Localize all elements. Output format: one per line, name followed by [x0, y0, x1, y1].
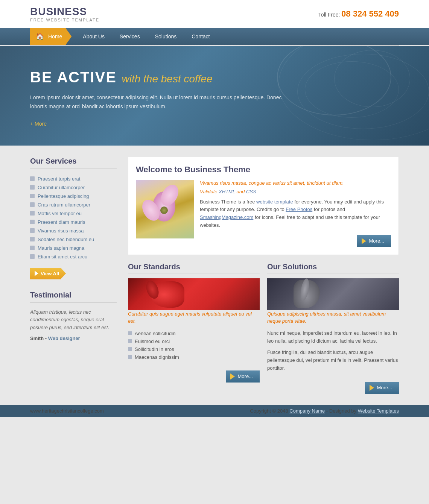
- solutions-body2: Fusce fringilla, dui sed blandit luctus,…: [267, 349, 399, 372]
- navigation: 🏠 Home About Us Services Solutions Conta…: [0, 28, 429, 45]
- welcome-inner: Vivamus risus massa, congue ac varius si…: [136, 180, 391, 247]
- standards-title: Our Standards: [128, 263, 260, 274]
- service-item[interactable]: Praesent turpis erat: [30, 175, 117, 183]
- hero-title-row: BE ACTIVE with the best coffee: [30, 69, 399, 86]
- copyright-text: Copyright © 2048: [250, 408, 289, 414]
- author-role-link[interactable]: Web designer: [48, 335, 80, 341]
- free-photos-link[interactable]: Free Photos: [286, 206, 312, 212]
- service-bullet: [30, 254, 35, 259]
- standards-more-arrow: [230, 373, 235, 380]
- more-arrow-icon: [362, 238, 366, 244]
- solutions-section: Our Solutions Quisque adipiscing ultrice…: [267, 263, 399, 394]
- service-bullet: [30, 237, 35, 241]
- testimonial-section: Testimonial Aliquam tristique, lectus ne…: [30, 291, 117, 341]
- service-bullet: [30, 202, 35, 207]
- service-bullet: [30, 194, 35, 198]
- nav-home-label[interactable]: Home: [46, 33, 64, 39]
- footer-copyright: Copyright © 2048 Company Name - Designed…: [250, 408, 399, 414]
- services-list: Praesent turpis eratCurabitur ullamcorpe…: [30, 175, 117, 261]
- welcome-more-label: More...: [369, 238, 384, 244]
- home-icon: 🏠: [36, 32, 44, 41]
- phone-label: Toll Free:: [318, 12, 340, 18]
- service-item[interactable]: Mattis vel tempor eu: [30, 209, 117, 218]
- standards-list-item: Aenean sollicitudin: [128, 329, 260, 337]
- view-all-label: View All: [41, 271, 59, 276]
- bullet-icon: [128, 339, 132, 343]
- view-all-button[interactable]: View All: [30, 268, 66, 279]
- service-item[interactable]: Pellentesque adipiscing: [30, 192, 117, 200]
- standards-list-item: Sollicitudin in eros: [128, 345, 260, 353]
- css-link[interactable]: CSS: [246, 189, 256, 194]
- service-item[interactable]: Praesent diam mauris: [30, 218, 117, 226]
- service-bullet: [30, 185, 35, 190]
- welcome-image: [136, 180, 194, 238]
- standards-more-label: More...: [238, 373, 253, 379]
- welcome-text: Vivamus risus massa, congue ac varius si…: [200, 180, 391, 247]
- hero-more-link[interactable]: + More: [30, 121, 47, 127]
- solutions-body1: Nunc mi neque, imperdiet sed interdum eu…: [267, 329, 399, 345]
- service-bullet: [30, 228, 35, 233]
- phone-area: Toll Free: 08 324 552 409: [318, 9, 399, 19]
- angel-fish-bg: [267, 278, 399, 310]
- logo-title: BUSINESS: [30, 6, 99, 18]
- nav-home-button[interactable]: 🏠 Home: [30, 28, 72, 45]
- solutions-italic: Quisque adipiscing ultrices massa, sit a…: [267, 310, 399, 325]
- testimonial-title: Testimonial: [30, 291, 117, 303]
- standards-italic: Curabitur quis augue eget mauris vulputa…: [128, 310, 260, 325]
- xhtml-link[interactable]: XHTML: [219, 189, 235, 194]
- service-item[interactable]: Cras rutrum ullamcorper: [30, 200, 117, 209]
- service-item[interactable]: Sodales nec bibendum eu: [30, 235, 117, 244]
- standards-list: Aenean sollicitudinEuismod eu orciSollic…: [128, 329, 260, 361]
- welcome-validate: Validate XHTML and CSS: [200, 189, 391, 194]
- website-templates-link[interactable]: Website Templates: [358, 408, 399, 414]
- sidebar: Our Services Praesent turpis eratCurabit…: [30, 157, 117, 394]
- smashing-link[interactable]: SmashingMagazine.com: [200, 214, 253, 220]
- sidebar-services-title: Our Services: [30, 157, 117, 169]
- standards-section: Our Standards Curabitur quis augue eget …: [128, 263, 260, 394]
- nav-services[interactable]: Services: [112, 28, 148, 45]
- author-name: Smith -: [30, 335, 48, 341]
- welcome-body-text: Business Theme is a free website templat…: [200, 198, 391, 229]
- logo-area: BUSINESS FREE WEBSITE TEMPLATE: [30, 6, 99, 22]
- standards-list-item: Euismod eu orci: [128, 337, 260, 345]
- standards-more-button[interactable]: More...: [226, 370, 260, 383]
- and-text: and: [235, 189, 246, 194]
- validate-label: Validate: [200, 189, 219, 194]
- service-bullet: [30, 220, 35, 224]
- testimonial-author: Smith - Web designer: [30, 335, 117, 341]
- flower-image: [136, 180, 194, 238]
- solutions-image: [267, 278, 399, 310]
- deco-line-3: [305, 61, 399, 118]
- service-item[interactable]: Mauris sapien magna: [30, 244, 117, 252]
- company-name-link[interactable]: Company Name: [289, 408, 325, 414]
- nav-contact[interactable]: Contact: [184, 28, 217, 45]
- bullet-icon: [128, 331, 132, 335]
- hero-main-title: BE ACTIVE: [30, 69, 117, 85]
- service-item[interactable]: Vivamus risus massa: [30, 226, 117, 235]
- welcome-more-button[interactable]: More...: [357, 235, 391, 247]
- service-item[interactable]: Curabitur ullamcorper: [30, 183, 117, 192]
- hero-decoration: [278, 46, 429, 146]
- hero-description: Lorem ipsum dolor sit amet, consectetur …: [30, 93, 294, 111]
- solutions-title: Our Solutions: [267, 263, 399, 274]
- nav-solutions[interactable]: Solutions: [148, 28, 184, 45]
- main-content: Our Services Praesent turpis eratCurabit…: [0, 146, 429, 405]
- service-bullet: [30, 246, 35, 250]
- website-template-link[interactable]: website template: [256, 199, 293, 205]
- footer: www.heritagechristiancollege.com Copyrig…: [0, 405, 429, 417]
- bee-body: [160, 206, 168, 214]
- header: BUSINESS FREE WEBSITE TEMPLATE Toll Free…: [0, 0, 429, 28]
- standards-list-item: Maecenas dignissim: [128, 353, 260, 361]
- bullet-icon: [128, 355, 132, 359]
- phone-number: 08 324 552 409: [341, 9, 399, 18]
- welcome-title: Welcome to Business Theme: [136, 165, 391, 175]
- solutions-more-arrow: [370, 385, 374, 391]
- service-item[interactable]: Etiam sit amet est arcu: [30, 252, 117, 261]
- designed-by-text: - Designed by: [325, 408, 358, 414]
- solutions-more-label: More...: [377, 385, 392, 390]
- hero-subtitle: with the best coffee: [122, 73, 213, 85]
- standards-image: [128, 278, 260, 310]
- welcome-italic-text: Vivamus risus massa, congue ac varius si…: [200, 180, 391, 186]
- solutions-more-button[interactable]: More...: [365, 382, 399, 394]
- nav-about[interactable]: About Us: [75, 28, 112, 45]
